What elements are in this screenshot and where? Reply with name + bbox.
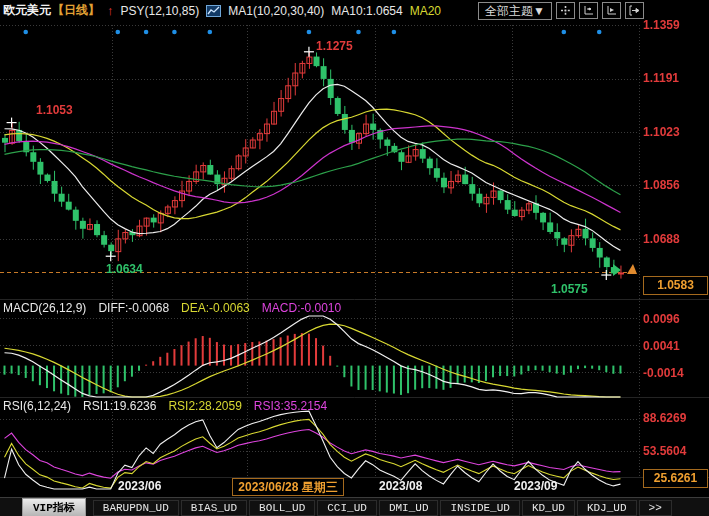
ma20-label: MA20 <box>410 4 441 18</box>
rsi-title: RSI(6,12,24) <box>3 399 71 413</box>
x-axis-label: 2023/06 <box>118 479 161 493</box>
low-annotation: 1.0575 <box>551 282 588 296</box>
theme-dropdown[interactable]: 全部主题▼ <box>478 2 552 20</box>
ma10-value-label: MA10:1.0654 <box>331 4 402 18</box>
up-arrow-icon: ↑ <box>107 3 114 18</box>
period-label[interactable]: 【日线】 <box>52 2 100 19</box>
tab-inside-ud[interactable]: INSIDE_UD <box>440 500 519 516</box>
price-tick-label: 1.0856 <box>643 178 680 192</box>
ma1-label[interactable]: MA1(10,20,30,40) <box>228 4 324 18</box>
tab-dmi-ud[interactable]: DMI_UD <box>379 500 439 516</box>
macd-tick-label: 0.0096 <box>643 312 680 326</box>
tab-kdj-ud[interactable]: KDJ_UD <box>577 500 637 516</box>
tab-kd-ud[interactable]: KD_UD <box>522 500 575 516</box>
rsi-header: RSI(6,12,24) RSI1:19.6236 RSI2:28.2059 R… <box>3 399 327 413</box>
x-axis-label: 2023/08 <box>379 479 422 493</box>
toolbar: 欧元美元【日线】 ↑ PSY(12,10,85) MA1(10,20,30,40… <box>0 0 709 21</box>
price-tick-label: 1.1191 <box>643 71 679 85</box>
chart-canvas[interactable] <box>0 0 709 516</box>
peak-annotation: 1.1275 <box>316 39 353 53</box>
last-price-box: 1.0583 <box>643 276 708 295</box>
rsi-tick-label: 53.5604 <box>643 444 686 458</box>
indicator-tab-bar: VIP指标 BARUPDN_UD BIAS_UD BOLL_UD CCI_UD … <box>0 497 709 516</box>
macd-tick-label: -0.0014 <box>643 366 684 380</box>
low-annotation: 1.0634 <box>106 262 143 276</box>
tab-bias-ud[interactable]: BIAS_UD <box>181 500 247 516</box>
selected-date-box: 2023/06/28 星期三 <box>232 478 344 496</box>
symbol-title: 欧元美元 <box>3 2 51 19</box>
macd-dea-value: DEA:-0.0063 <box>181 301 250 315</box>
tab-boll-ud[interactable]: BOLL_UD <box>249 500 315 516</box>
line-chart-icon[interactable] <box>206 5 221 17</box>
rsi3-value: RSI3:35.2154 <box>254 399 327 413</box>
high-annotation: 1.1053 <box>36 103 73 117</box>
price-tick-label: 1.0688 <box>643 232 680 246</box>
zoom-out-icon[interactable] <box>579 2 598 19</box>
tab-barupdn-ud[interactable]: BARUPDN_UD <box>93 500 179 516</box>
macd-title: MACD(26,12,9) <box>3 301 86 315</box>
tab-more[interactable]: >> <box>639 500 672 516</box>
macd-diff-value: DIFF:-0.0068 <box>98 301 169 315</box>
price-tick-label: 1.1023 <box>643 125 680 139</box>
rsi-tick-label: 88.6269 <box>643 411 686 425</box>
pan-crosshair-icon[interactable] <box>556 2 575 19</box>
tab-cci-ud[interactable]: CCI_UD <box>317 500 377 516</box>
x-axis-label: 2023/09 <box>514 479 557 493</box>
toolbar-right-group: 全部主题▼ <box>478 2 644 20</box>
rsi1-value: RSI1:19.6236 <box>83 399 156 413</box>
rsi2-value: RSI2:28.2059 <box>168 399 241 413</box>
macd-tick-label: 0.0041 <box>643 339 680 353</box>
rsi-last-value-box: 25.6261 <box>643 469 708 488</box>
shift-right-icon[interactable] <box>625 2 644 19</box>
tab-vip-indicator[interactable]: VIP指标 <box>22 498 86 516</box>
trading-app-window: 欧元美元【日线】 ↑ PSY(12,10,85) MA1(10,20,30,40… <box>0 0 709 516</box>
macd-value: MACD:-0.0010 <box>262 301 341 315</box>
zoom-in-icon[interactable] <box>602 2 621 19</box>
macd-header: MACD(26,12,9) DIFF:-0.0068 DEA:-0.0063 M… <box>3 301 341 315</box>
price-tick-label: 1.1359 <box>643 18 680 32</box>
psy-indicator-label[interactable]: PSY(12,10,85) <box>121 4 200 18</box>
